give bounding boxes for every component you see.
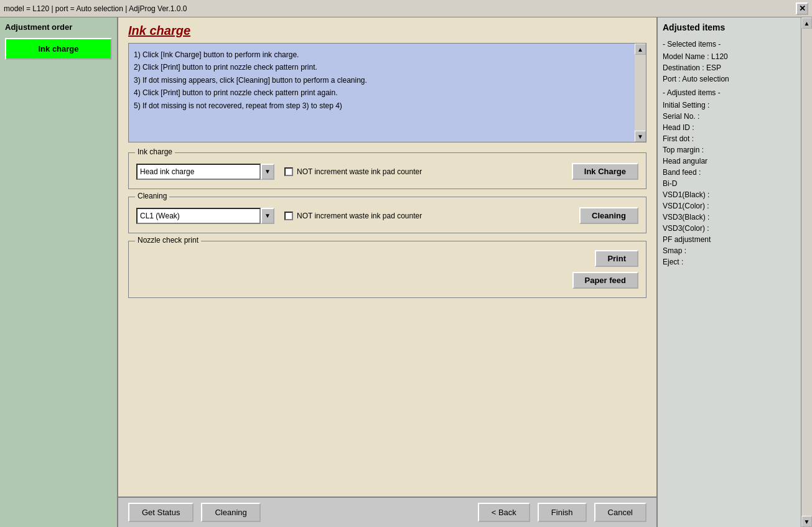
vsd1-black: VSD1(Black) : [663,190,807,199]
cancel-button[interactable]: Cancel [594,503,646,522]
get-status-button[interactable]: Get Status [128,503,194,522]
pf-adjustment: PF adjustment [663,235,807,244]
nozzle-section-label: Nozzle check print [135,236,201,245]
instructions-text: 1) Click [Ink Charge] button to perform … [134,49,641,112]
ink-charge-dropdown[interactable]: Head ink charge All ink charge [136,164,261,180]
title-bar-text: model = L120 | port = Auto selection | A… [4,4,187,13]
bottom-bar: Get Status Cleaning < Back Finish Cancel [118,497,656,527]
cleaning-row: CL1 (Weak) CL2 (Medium) CL3 (Strong) ▼ N… [136,207,638,224]
instruction-line-3: 3) If dot missing appears, click [Cleani… [134,74,641,86]
head-id: Head ID : [663,123,807,132]
nozzle-check-group: Nozzle check print Print Paper feed [128,241,646,298]
ink-charge-section-label: Ink charge [135,147,175,156]
ink-charge-dropdown-wrap: Head ink charge All ink charge ▼ [136,164,274,180]
selected-items-header: - Selected items - [663,40,807,49]
page-title: Ink charge [118,17,656,43]
cleaning-group: Cleaning CL1 (Weak) CL2 (Medium) CL3 (St… [128,197,646,233]
instruction-line-1: 1) Click [Ink Charge] button to perform … [134,49,641,61]
sidebar-title: Adjustment order [5,22,112,32]
port: Port : Auto selection [663,75,807,83]
destination: Destination : ESP [663,63,807,72]
eject: Eject : [663,258,807,266]
sidebar: Adjustment order Ink charge [0,17,118,527]
cleaning-dropdown-wrap: CL1 (Weak) CL2 (Medium) CL3 (Strong) ▼ [136,208,274,224]
title-bar: model = L120 | port = Auto selection | A… [0,0,812,17]
instruction-line-2: 2) Click [Print] button to print nozzle … [134,61,641,73]
scroll-down-btn[interactable]: ▼ [635,131,646,142]
cleaning-bottom-button[interactable]: Cleaning [201,503,260,522]
first-dot: First dot : [663,134,807,143]
right-scroll-up-btn[interactable]: ▲ [801,17,812,29]
instructions-box: 1) Click [Ink Charge] button to perform … [128,43,646,142]
main-layout: Adjustment order Ink charge Ink charge 1… [0,17,812,527]
ink-charge-checkbox-label: NOT increment waste ink pad counter [297,167,422,176]
content-area: Ink charge 1) Click [Ink Charge] button … [118,17,656,527]
nozzle-buttons: Print Paper feed [136,248,638,289]
right-scroll-down-btn[interactable]: ▼ [801,516,812,527]
vsd3-black: VSD3(Black) : [663,213,807,222]
scroll-up-btn[interactable]: ▲ [635,44,646,55]
instruction-line-5: 5) If dot missing is not recovered, repe… [134,100,641,112]
top-margin: Top margin : [663,146,807,154]
model-name: Model Name : L120 [663,52,807,61]
bi-d: Bi-D [663,179,807,188]
right-scrollbar[interactable]: ▲ ▼ [801,17,812,527]
right-panel-title: Adjusted items [663,22,807,32]
instructions-scrollbar[interactable]: ▲ ▼ [635,44,646,142]
ink-charge-checkbox[interactable] [284,167,293,176]
serial-no: Serial No. : [663,112,807,121]
cleaning-button[interactable]: Cleaning [579,207,638,224]
vsd3-color: VSD3(Color) : [663,224,807,233]
cleaning-checkbox-row: NOT increment waste ink pad counter [284,212,422,220]
finish-button[interactable]: Finish [538,503,587,522]
right-panel: Adjusted items - Selected items - Model … [656,17,812,527]
ink-charge-group: Ink charge Head ink charge All ink charg… [128,152,646,189]
cleaning-dropdown[interactable]: CL1 (Weak) CL2 (Medium) CL3 (Strong) [136,208,261,224]
instruction-line-4: 4) Click [Print] button to print nozzle … [134,86,641,99]
cleaning-section-label: Cleaning [135,192,169,200]
paper-feed-button[interactable]: Paper feed [572,272,638,289]
head-angular: Head angular [663,157,807,166]
vsd1-color: VSD1(Color) : [663,202,807,210]
initial-setting: Initial Setting : [663,101,807,110]
cleaning-checkbox-label: NOT increment waste ink pad counter [297,212,422,220]
adjusted-items-header: - Adjusted items - [663,88,807,97]
back-button[interactable]: < Back [478,503,530,522]
ink-charge-button[interactable]: Ink Charge [572,163,638,180]
ink-charge-row: Head ink charge All ink charge ▼ NOT inc… [136,163,638,180]
smap: Smap : [663,246,807,255]
ink-charge-sidebar-button[interactable]: Ink charge [5,38,112,60]
ink-charge-dropdown-btn[interactable]: ▼ [261,164,274,180]
band-feed: Band feed : [663,168,807,177]
cleaning-dropdown-btn[interactable]: ▼ [261,208,274,224]
print-button[interactable]: Print [595,250,638,267]
scroll-track [635,55,646,131]
close-button[interactable]: ✕ [796,2,808,15]
cleaning-checkbox[interactable] [284,212,293,220]
ink-charge-checkbox-row: NOT increment waste ink pad counter [284,167,422,176]
right-scroll-track [801,29,812,516]
